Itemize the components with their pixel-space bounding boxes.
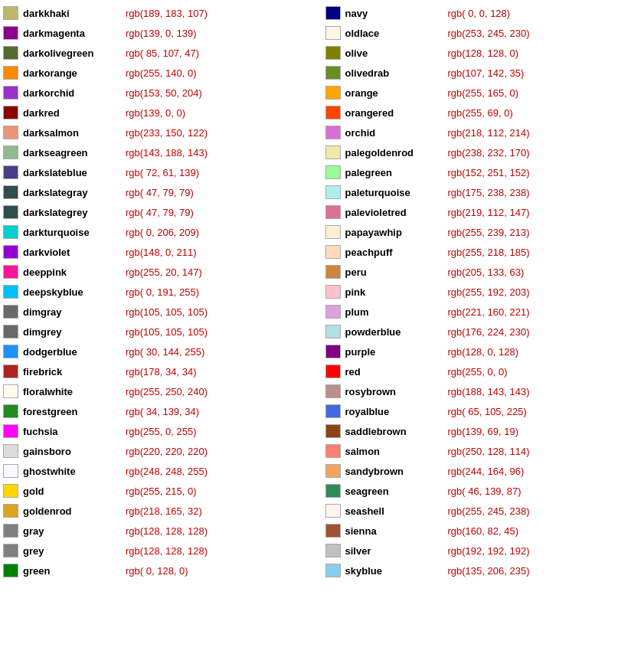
color-value: rgb(128, 128, 128) <box>126 545 208 557</box>
list-item: darkvioletrgb(148, 0, 211) <box>3 242 319 262</box>
list-item: saddlebrownrgb(139, 69, 19) <box>325 421 642 441</box>
color-value: rgb(128, 128, 128) <box>126 525 208 537</box>
color-swatch <box>3 464 18 478</box>
color-name: orchid <box>345 127 445 139</box>
color-value: rgb(255, 165, 0) <box>448 87 519 99</box>
color-name: skyblue <box>345 565 445 577</box>
list-item: rosybrownrgb(188, 143, 143) <box>325 381 642 401</box>
list-item: greenrgb( 0, 128, 0) <box>3 561 319 580</box>
list-item: orangeredrgb(255, 69, 0) <box>325 103 642 123</box>
list-item: olivergb(128, 128, 0) <box>325 43 642 63</box>
color-name: dodgerblue <box>23 346 123 358</box>
right-column: navyrgb( 0, 0, 128)oldlacergb(253, 245, … <box>322 3 645 580</box>
color-name: saddlebrown <box>345 426 445 437</box>
color-value: rgb( 34, 139, 34) <box>126 406 199 417</box>
list-item: deeppinkrgb(255, 20, 147) <box>3 262 319 282</box>
color-value: rgb(128, 0, 128) <box>448 346 519 358</box>
color-value: rgb(135, 206, 235) <box>448 565 530 577</box>
list-item: peachpuffrgb(255, 218, 185) <box>325 242 642 262</box>
color-swatch <box>3 384 18 398</box>
color-name: palevioletred <box>345 207 445 218</box>
color-swatch <box>325 325 341 338</box>
color-swatch <box>3 325 18 338</box>
color-name: orangered <box>345 107 445 119</box>
color-name: olive <box>345 47 445 59</box>
color-swatch <box>325 245 341 259</box>
color-value: rgb(255, 215, 0) <box>126 486 197 497</box>
list-item: navyrgb( 0, 0, 128) <box>325 3 642 23</box>
color-swatch <box>3 424 18 438</box>
list-item: grayrgb(128, 128, 128) <box>3 521 319 541</box>
color-value: rgb( 0, 128, 0) <box>126 565 188 577</box>
color-name: olivedrab <box>345 67 445 79</box>
color-name: firebrick <box>23 366 123 378</box>
color-name: forestgreen <box>23 406 123 417</box>
color-swatch <box>3 404 18 418</box>
color-value: rgb(218, 165, 32) <box>126 505 202 517</box>
color-value: rgb(255, 0, 0) <box>448 366 508 378</box>
color-swatch <box>3 205 18 219</box>
color-name: salmon <box>345 446 445 457</box>
list-item: palegreenrgb(152, 251, 152) <box>325 162 642 182</box>
color-value: rgb(107, 142, 35) <box>448 67 525 79</box>
color-swatch <box>325 444 341 458</box>
color-swatch <box>3 564 18 577</box>
color-name: deepskyblue <box>23 286 123 298</box>
color-swatch <box>3 504 18 518</box>
color-name: darkseagreen <box>23 147 123 159</box>
color-value: rgb(220, 220, 220) <box>126 446 208 457</box>
color-name: green <box>23 565 123 577</box>
color-swatch <box>325 86 341 100</box>
list-item: oldlacergb(253, 245, 230) <box>325 23 642 43</box>
color-value: rgb(255, 0, 255) <box>126 426 197 437</box>
list-item: seagreenrgb( 46, 139, 87) <box>325 481 642 501</box>
color-value: rgb(205, 133, 63) <box>448 266 525 278</box>
color-name: darkviolet <box>23 247 123 258</box>
list-item: deepskybluergb( 0, 191, 255) <box>3 282 319 302</box>
color-name: seashell <box>345 505 445 517</box>
color-value: rgb(250, 128, 114) <box>448 446 530 457</box>
list-item: firebrickrgb(178, 34, 34) <box>3 361 319 381</box>
color-value: rgb(178, 34, 34) <box>126 366 197 378</box>
color-name: orange <box>345 87 445 99</box>
color-swatch <box>325 265 341 279</box>
list-item: floralwhitergb(255, 250, 240) <box>3 381 319 401</box>
list-item: paleturquoisergb(175, 238, 238) <box>325 182 642 202</box>
list-item: darkorangergb(255, 140, 0) <box>3 63 319 83</box>
color-value: rgb(176, 224, 230) <box>448 326 530 338</box>
color-value: rgb(105, 105, 105) <box>126 306 208 318</box>
list-item: orchidrgb(218, 112, 214) <box>325 123 642 142</box>
color-value: rgb(128, 128, 0) <box>448 47 519 59</box>
color-name: floralwhite <box>23 386 123 397</box>
list-item: dodgerbluergb( 30, 144, 255) <box>3 342 319 361</box>
color-swatch <box>325 484 341 498</box>
list-item: pinkrgb(255, 192, 203) <box>325 282 642 302</box>
color-value: rgb(255, 140, 0) <box>126 67 197 79</box>
color-value: rgb( 0, 206, 209) <box>126 227 199 238</box>
list-item: greyrgb(128, 128, 128) <box>3 541 319 561</box>
color-name: peru <box>345 266 445 278</box>
color-swatch <box>325 26 341 40</box>
color-swatch <box>3 444 18 458</box>
color-value: rgb(153, 50, 204) <box>126 87 202 99</box>
color-value: rgb(152, 251, 152) <box>448 167 530 178</box>
color-name: darkred <box>23 107 123 119</box>
color-value: rgb(188, 143, 143) <box>448 386 530 397</box>
color-value: rgb( 0, 0, 128) <box>448 8 511 19</box>
color-swatch <box>325 524 341 538</box>
color-swatch <box>325 185 341 199</box>
color-swatch <box>325 225 341 239</box>
color-name: silver <box>345 545 445 557</box>
color-swatch <box>3 145 18 159</box>
color-swatch <box>3 165 18 179</box>
color-name: royalblue <box>345 406 445 417</box>
color-swatch <box>3 26 18 40</box>
list-item: darkmagentargb(139, 0, 139) <box>3 23 319 43</box>
color-value: rgb(219, 112, 147) <box>448 207 530 218</box>
color-value: rgb( 30, 144, 255) <box>126 346 204 358</box>
list-item: gainsbororgb(220, 220, 220) <box>3 441 319 461</box>
list-item: salmonrgb(250, 128, 114) <box>325 441 642 461</box>
color-name: red <box>345 366 445 378</box>
list-item: darkturquoisergb( 0, 206, 209) <box>3 222 319 242</box>
color-swatch <box>3 126 18 139</box>
